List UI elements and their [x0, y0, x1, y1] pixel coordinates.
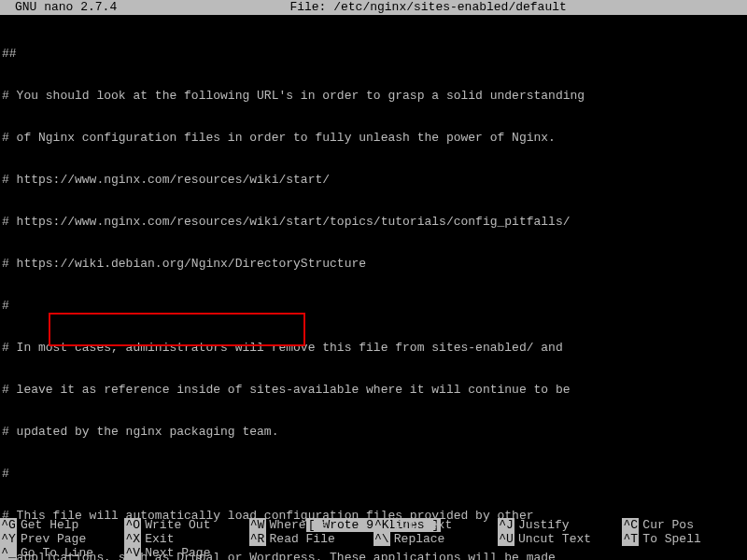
file-line: # updated by the nginx packaging team. [0, 425, 747, 439]
file-line: # https://www.nginx.com/resources/wiki/s… [0, 173, 747, 187]
title-bar: GNU nano 2.7.4 File: /etc/nginx/sites-en… [0, 0, 747, 15]
file-line: # [0, 299, 747, 313]
shortcut-label: Get Help [21, 518, 78, 532]
shortcut-label: Cut Text [394, 518, 452, 532]
shortcut-key: ^R [249, 532, 266, 546]
shortcut-key: ^T [622, 532, 639, 546]
shortcut-prev-page[interactable]: ^YPrev Page [0, 532, 124, 546]
shortcut-label: Next Page [145, 546, 210, 560]
shortcut-label: Go To Line [21, 546, 93, 560]
shortcut-go-to-line[interactable]: ^_Go To Line [0, 546, 124, 560]
shortcut-label: To Spell [642, 532, 700, 546]
file-line: # of Nginx configuration files in order … [0, 131, 747, 145]
shortcut-label: Where Is [270, 518, 328, 532]
file-line: # leave it as reference inside of sites-… [0, 383, 747, 397]
file-line: ## [0, 47, 747, 61]
shortcut-next-page[interactable]: ^VNext Page [124, 546, 248, 560]
file-line: # [0, 467, 747, 481]
shortcut-key: ^C [622, 518, 639, 532]
shortcut-key: ^U [498, 532, 514, 546]
file-line: # You should look at the following URL's… [0, 89, 747, 103]
file-line: # In most cases, administrators will rem… [0, 341, 747, 355]
shortcut-where-is[interactable]: ^WWhere Is [249, 518, 374, 532]
shortcut-replace[interactable]: ^\Replace [374, 532, 498, 546]
file-line: # https://wiki.debian.org/Nginx/Director… [0, 257, 747, 271]
shortcut-key: ^O [124, 518, 141, 532]
shortcut-label: Write Out [145, 518, 210, 532]
shortcut-label: Justify [518, 518, 570, 532]
shortcut-to-spell[interactable]: ^TTo Spell [622, 532, 746, 546]
shortcut-key: ^K [374, 518, 390, 532]
shortcut-key: ^J [498, 518, 514, 532]
shortcut-justify[interactable]: ^JJustify [498, 518, 622, 532]
shortcut-read-file[interactable]: ^RRead File [249, 532, 374, 546]
shortcut-uncut-text[interactable]: ^UUncut Text [498, 532, 622, 546]
shortcut-write-out[interactable]: ^OWrite Out [124, 518, 248, 532]
app-name: GNU nano 2.7.4 [7, 0, 117, 15]
shortcut-label: Prev Page [21, 532, 86, 546]
shortcut-key: ^W [249, 518, 266, 532]
shortcut-exit[interactable]: ^XExit [124, 532, 248, 546]
shortcut-key: ^V [124, 546, 141, 560]
file-path: File: /etc/nginx/sites-enabled/default [117, 0, 740, 15]
shortcut-bar: ^GGet Help ^OWrite Out ^WWhere Is ^KCut … [0, 518, 747, 560]
shortcut-key: ^G [0, 518, 17, 532]
shortcut-label: Read File [270, 532, 335, 546]
shortcut-key: ^Y [0, 532, 17, 546]
shortcut-key: ^_ [0, 546, 17, 560]
shortcut-cut-text[interactable]: ^KCut Text [374, 518, 498, 532]
shortcut-key: ^\ [374, 532, 390, 546]
shortcut-cur-pos[interactable]: ^CCur Pos [622, 518, 746, 532]
shortcut-get-help[interactable]: ^GGet Help [0, 518, 124, 532]
shortcut-label: Uncut Text [518, 532, 591, 546]
shortcut-label: Exit [145, 532, 174, 546]
shortcut-label: Replace [394, 532, 445, 546]
shortcut-key: ^X [124, 532, 141, 546]
file-line: # https://www.nginx.com/resources/wiki/s… [0, 215, 747, 229]
editor-content[interactable]: ## # You should look at the following UR… [0, 15, 747, 560]
shortcut-label: Cur Pos [642, 518, 694, 532]
